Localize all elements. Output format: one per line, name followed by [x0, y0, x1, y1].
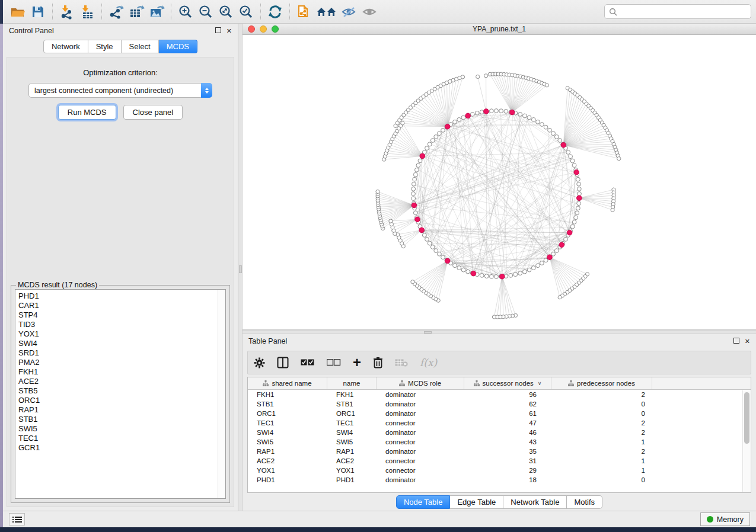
graph-node[interactable]	[401, 121, 404, 125]
result-list-item[interactable]: PMA2	[18, 358, 218, 367]
graph-node[interactable]	[457, 266, 461, 270]
graph-node[interactable]	[572, 220, 576, 225]
graph-node[interactable]	[434, 135, 438, 139]
table-cell[interactable]: connector	[377, 457, 464, 464]
result-list-item[interactable]: TID3	[18, 320, 218, 329]
graph-node[interactable]	[578, 192, 582, 196]
open-file-button[interactable]	[8, 2, 28, 21]
table-cell[interactable]: FKH1	[327, 391, 377, 398]
graph-node[interactable]	[412, 192, 416, 196]
graph-node[interactable]	[441, 128, 445, 132]
graph-node[interactable]	[484, 74, 488, 78]
graph-dominator-node[interactable]	[509, 110, 515, 115]
graph-dominator-node[interactable]	[412, 203, 417, 208]
graph-node[interactable]	[499, 109, 503, 113]
refresh-view-button[interactable]	[265, 2, 285, 21]
table-cell[interactable]: dominator	[377, 391, 464, 398]
graph-dominator-node[interactable]	[484, 109, 489, 114]
graph-dominator-node[interactable]	[559, 242, 564, 248]
column-header-shared-name[interactable]: shared name	[248, 377, 327, 389]
graph-node[interactable]	[492, 315, 496, 319]
graph-node[interactable]	[551, 252, 556, 256]
graph-node[interactable]	[413, 177, 417, 181]
graph-node[interactable]	[411, 280, 414, 284]
table-row[interactable]: ACE2ACE2connector311	[248, 456, 751, 466]
graph-node[interactable]	[577, 187, 581, 191]
result-list-item[interactable]: SRD1	[18, 348, 218, 358]
graph-node[interactable]	[569, 155, 573, 159]
table-cell[interactable]: dominator	[377, 448, 464, 455]
table-cell[interactable]: ORC1	[248, 410, 327, 417]
graph-node[interactable]	[425, 146, 429, 150]
graph-node[interactable]	[570, 225, 575, 229]
delete-table-button[interactable]	[395, 355, 408, 370]
graph-node[interactable]	[428, 142, 432, 146]
table-cell[interactable]: PHD1	[327, 476, 377, 483]
table-cell[interactable]: 31	[464, 457, 551, 464]
graph-node[interactable]	[441, 255, 445, 259]
table-cell[interactable]: YOX1	[248, 467, 327, 474]
graph-node[interactable]	[570, 159, 575, 163]
graph-node[interactable]	[495, 275, 499, 279]
tab-network[interactable]: Network	[43, 40, 88, 53]
graph-node[interactable]	[544, 125, 548, 129]
zoom-fit-button[interactable]	[216, 2, 236, 21]
result-list-item[interactable]: RAP1	[18, 405, 218, 415]
column-header-MCDS-role[interactable]: MCDS role	[377, 377, 464, 389]
splitter-handle[interactable]	[424, 331, 432, 334]
column-header-successor-nodes[interactable]: successor nodes∨	[464, 377, 551, 389]
table-cell[interactable]: 43	[464, 438, 551, 446]
float-panel-icon[interactable]	[215, 27, 221, 34]
table-cell[interactable]: SWI4	[248, 429, 327, 436]
graph-node[interactable]	[518, 113, 522, 117]
zoom-in-button[interactable]	[176, 2, 196, 21]
graph-node[interactable]	[453, 264, 457, 268]
export-table-button[interactable]	[126, 2, 146, 21]
close-panel-icon[interactable]: ✕	[745, 338, 750, 345]
result-list-item[interactable]: GCR1	[18, 443, 218, 453]
graph-node[interactable]	[376, 190, 379, 193]
table-cell[interactable]: PHD1	[248, 476, 327, 483]
graph-node[interactable]	[490, 109, 494, 113]
memory-button[interactable]: Memory	[700, 512, 750, 526]
float-panel-icon[interactable]	[733, 338, 739, 345]
result-list-item[interactable]: ORC1	[18, 396, 218, 405]
graph-node[interactable]	[413, 172, 417, 177]
graph-node[interactable]	[554, 249, 559, 253]
save-session-button[interactable]	[28, 2, 48, 21]
graph-node[interactable]	[574, 216, 578, 220]
graph-node[interactable]	[461, 116, 465, 120]
graph-dominator-node[interactable]	[500, 274, 505, 279]
graph-node[interactable]	[548, 128, 552, 132]
result-list-item[interactable]: SWI4	[18, 339, 218, 348]
graph-node[interactable]	[495, 109, 499, 113]
table-row[interactable]: PHD1PHD1dominator180	[248, 475, 751, 485]
column-header-predecessor-nodes[interactable]: predecessor nodes	[551, 377, 652, 389]
graph-node[interactable]	[389, 219, 393, 223]
run-mcds-button[interactable]: Run MCDS	[58, 105, 116, 120]
export-image-button[interactable]	[146, 2, 167, 21]
table-cell[interactable]: 2	[551, 448, 652, 455]
tab-mcds[interactable]: MCDS	[159, 40, 197, 53]
table-cell[interactable]: 61	[464, 410, 551, 417]
table-cell[interactable]: 1	[551, 438, 652, 446]
import-network-button[interactable]	[57, 2, 77, 21]
table-cell[interactable]: TEC1	[327, 419, 377, 427]
graph-node[interactable]	[484, 274, 489, 278]
table-cell[interactable]: 1	[551, 457, 652, 464]
function-builder-button[interactable]: f(x)	[420, 355, 437, 370]
graph-node[interactable]	[438, 132, 442, 136]
network-graph-canvas[interactable]	[243, 35, 756, 329]
table-row[interactable]: SWI5SWI5connector431	[248, 437, 751, 447]
export-network-button[interactable]	[106, 2, 126, 21]
table-cell[interactable]: dominator	[377, 400, 464, 408]
table-cell[interactable]: YOX1	[327, 467, 377, 474]
first-neighbors-button[interactable]	[314, 2, 339, 21]
table-cell[interactable]: dominator	[377, 476, 464, 483]
optimization-criterion-select[interactable]: largest connected component (undirected)	[28, 83, 212, 98]
graph-node[interactable]	[545, 84, 548, 87]
network-window-titlebar[interactable]: YPA_prune.txt_1	[243, 24, 756, 35]
graph-node[interactable]	[466, 270, 470, 274]
table-cell[interactable]: STB1	[248, 400, 327, 408]
table-cell[interactable]: 0	[551, 476, 652, 483]
